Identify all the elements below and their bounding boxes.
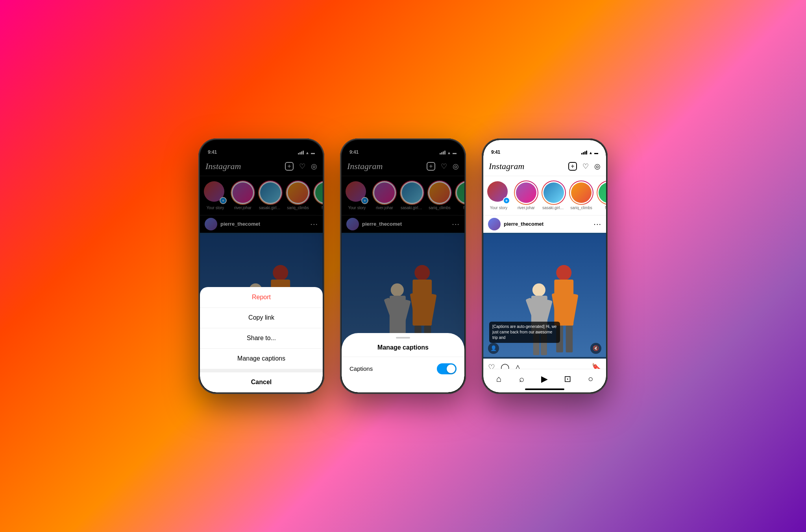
story-ring-2-right: [542, 180, 566, 205]
story-4-right[interactable]: fre...: [597, 181, 606, 210]
story-1-right[interactable]: river.johar: [515, 181, 538, 210]
screen-center: 9:41 ▲ ▬ Instagram: [342, 140, 464, 392]
story-4-wrap-right: [597, 181, 606, 204]
ring-inner-2-right: [542, 181, 565, 204]
story-av-4-right: [599, 182, 606, 203]
story-label-2-right: sasaki.girl3...: [542, 206, 565, 210]
nav-profile[interactable]: ○: [583, 371, 599, 387]
signal-right: [581, 151, 587, 155]
story-av-3-right: [571, 182, 592, 203]
svg-rect-32: [566, 326, 573, 352]
captions-label: Captions: [349, 365, 373, 372]
phone-inner-center: 9:41 ▲ ▬ Instagram: [342, 140, 464, 392]
post-header-right: pierre_thecomet ···: [483, 215, 606, 233]
nav-reels[interactable]: ▶: [537, 371, 553, 387]
story-1-wrap-right: [515, 181, 538, 204]
ring-inner-3-right: [570, 181, 593, 204]
sound-icon-right[interactable]: 🔇: [590, 343, 601, 354]
story-add-right: +: [503, 197, 510, 204]
phone-inner-left: 9:41 ▲ ▬ Instagram: [200, 140, 323, 392]
phone-center: 9:41 ▲ ▬ Instagram: [340, 138, 466, 394]
story-label-4-right: fre...: [605, 206, 606, 210]
battery-icon-right: ▬: [594, 151, 598, 155]
post-avatar-right: [488, 218, 501, 230]
ring-inner-4-right: [597, 181, 606, 204]
story-2-right[interactable]: sasaki.girl3...: [542, 181, 565, 210]
story-label-your-right: Your story: [490, 206, 508, 210]
manage-sheet-title-center: Manage captions: [342, 339, 464, 357]
home-indicator-right: [525, 388, 564, 390]
add-icon-right[interactable]: +: [568, 162, 577, 171]
story-3-wrap-right: [570, 181, 593, 204]
messenger-icon-right[interactable]: ◎: [594, 162, 601, 171]
svg-point-33: [532, 283, 545, 296]
screen-left: 9:41 ▲ ▬ Instagram: [200, 140, 323, 392]
post-more-right[interactable]: ···: [593, 219, 601, 228]
header-right: Instagram + ♡ ◎: [483, 157, 606, 176]
post-image-right: [Captions are auto-generated] Hi, we jus…: [483, 233, 606, 359]
nav-home[interactable]: ⌂: [491, 371, 507, 387]
story-3-right[interactable]: sariq_climbs: [570, 181, 593, 210]
copy-link-button[interactable]: Copy link: [200, 307, 323, 328]
toggle-knob: [447, 364, 455, 373]
status-icons-right: ▲ ▬: [581, 151, 598, 155]
cancel-button[interactable]: Cancel: [200, 372, 323, 392]
story-label-3-right: sariq_climbs: [570, 206, 592, 210]
caption-overlay-right: [Captions are auto-generated] Hi, we jus…: [489, 322, 560, 343]
notch-right: [519, 140, 570, 151]
story-av-1-right: [516, 182, 536, 203]
story-av-2-right: [543, 182, 564, 203]
story-avatar-wrap-right: +: [487, 181, 510, 204]
captions-toggle[interactable]: [437, 363, 457, 374]
wifi-icon-right: ▲: [589, 151, 593, 155]
heart-icon-right[interactable]: ♡: [582, 162, 589, 171]
nav-search[interactable]: ⌕: [514, 371, 530, 387]
person-icon-right[interactable]: 👤: [488, 343, 499, 354]
svg-point-27: [556, 265, 571, 280]
story-2-wrap-right: [542, 181, 565, 204]
header-icons-right: + ♡ ◎: [568, 162, 601, 171]
story-ring-4-right: [597, 180, 606, 205]
story-ring-1-right: [514, 180, 538, 205]
stories-right: + Your story river.johar: [483, 176, 606, 215]
story-your-right[interactable]: + Your story: [487, 181, 510, 210]
story-label-1-right: river.johar: [518, 206, 535, 210]
manage-captions-button[interactable]: Manage captions: [200, 348, 323, 369]
time-right: 9:41: [491, 149, 500, 155]
post-username-right: pierre_thecomet: [504, 221, 590, 227]
screen-right: 9:41 ▲ ▬ Instagram: [483, 140, 606, 392]
logo-right: Instagram: [489, 161, 524, 171]
phone-right: 9:41 ▲ ▬ Instagram: [482, 138, 608, 394]
sheet-separator: [200, 369, 323, 372]
phone-inner-right: 9:41 ▲ ▬ Instagram: [483, 140, 606, 392]
share-to-button[interactable]: Share to...: [200, 328, 323, 348]
report-button[interactable]: Report: [200, 287, 323, 307]
story-ring-3-right: [569, 180, 593, 205]
manage-sheet-row-center: Captions: [342, 357, 464, 381]
nav-shop[interactable]: ⊡: [560, 371, 575, 387]
ring-inner-1-right: [515, 181, 538, 204]
action-sheet-left: Report Copy link Share to... Manage capt…: [200, 287, 323, 392]
phone-left: 9:41 ▲ ▬ Instagram: [198, 138, 324, 394]
manage-sheet-center: Manage captions Captions: [342, 333, 464, 392]
